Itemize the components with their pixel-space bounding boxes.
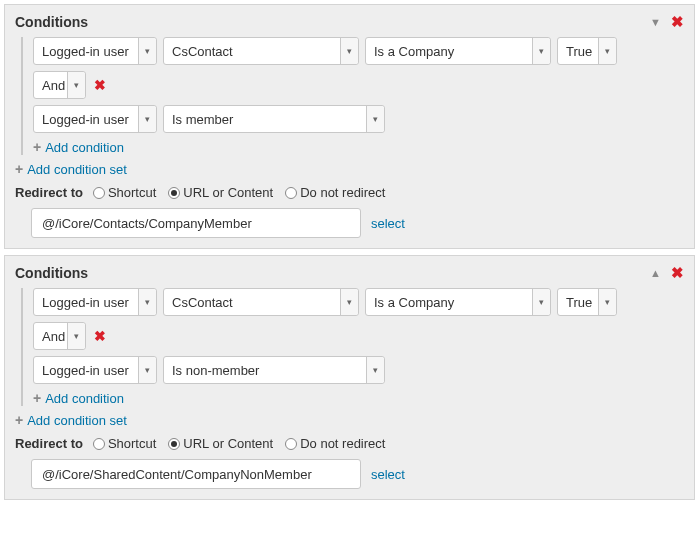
add-condition-label: Add condition (45, 391, 124, 406)
condition-row: Logged-in user▾ Is member▾ (33, 105, 684, 133)
redirect-label: Redirect to (15, 185, 83, 200)
condition-row: Logged-in user▾ CsContact▾ Is a Company▾… (33, 37, 684, 65)
operator-select[interactable]: Is a Company▾ (365, 288, 551, 316)
radio-icon (93, 438, 105, 450)
radio-url[interactable]: URL or Content (168, 185, 273, 200)
join-row: And▾ ✖ (33, 322, 684, 350)
add-condition-set-label: Add condition set (27, 413, 127, 428)
operator-select[interactable]: Is a Company▾ (365, 37, 551, 65)
panel-header: Conditions ▼ ✖ (15, 13, 684, 31)
condition-group: Logged-in user▾ CsContact▾ Is a Company▾… (21, 37, 684, 155)
add-condition-set-link[interactable]: + Add condition set (15, 412, 684, 428)
value-select[interactable]: True▾ (557, 37, 617, 65)
chevron-down-icon: ▾ (340, 289, 358, 315)
subject-select[interactable]: Logged-in user▾ (33, 356, 157, 384)
subject-select[interactable]: Logged-in user▾ (33, 288, 157, 316)
join-select[interactable]: And▾ (33, 71, 86, 99)
plus-icon: + (15, 412, 23, 428)
chevron-down-icon: ▾ (598, 38, 616, 64)
property-select[interactable]: CsContact▾ (163, 37, 359, 65)
radio-icon (168, 187, 180, 199)
condition-row: Logged-in user▾ CsContact▾ Is a Company▾… (33, 288, 684, 316)
add-condition-link[interactable]: + Add condition (33, 390, 684, 406)
radio-icon (285, 438, 297, 450)
url-row: select (31, 459, 684, 489)
remove-condition-icon[interactable]: ✖ (92, 77, 108, 93)
plus-icon: + (33, 139, 41, 155)
plus-icon: + (33, 390, 41, 406)
redirect-radio-group: Shortcut URL or Content Do not redirect (93, 185, 386, 200)
radio-none[interactable]: Do not redirect (285, 436, 385, 451)
panel-title: Conditions (15, 14, 650, 30)
redirect-label: Redirect to (15, 436, 83, 451)
chevron-down-icon: ▾ (532, 289, 550, 315)
chevron-down-icon: ▾ (138, 289, 156, 315)
radio-icon (93, 187, 105, 199)
chevron-down-icon: ▾ (138, 357, 156, 383)
remove-condition-icon[interactable]: ✖ (92, 328, 108, 344)
chevron-down-icon: ▾ (138, 106, 156, 132)
subject-select[interactable]: Logged-in user▾ (33, 37, 157, 65)
select-link[interactable]: select (371, 216, 405, 231)
redirect-row: Redirect to Shortcut URL or Content Do n… (15, 436, 684, 451)
url-row: select (31, 208, 684, 238)
chevron-down-icon: ▾ (366, 106, 384, 132)
condition-group: Logged-in user▾ CsContact▾ Is a Company▾… (21, 288, 684, 406)
chevron-down-icon: ▾ (67, 323, 85, 349)
radio-url[interactable]: URL or Content (168, 436, 273, 451)
url-input[interactable] (31, 459, 361, 489)
chevron-down-icon: ▾ (532, 38, 550, 64)
chevron-down-icon: ▾ (67, 72, 85, 98)
condition-panel: Conditions ▲ ✖ Logged-in user▾ CsContact… (4, 255, 695, 500)
property-select[interactable]: CsContact▾ (163, 288, 359, 316)
panel-title: Conditions (15, 265, 650, 281)
subject-select[interactable]: Logged-in user▾ (33, 105, 157, 133)
chevron-down-icon: ▾ (340, 38, 358, 64)
chevron-down-icon: ▾ (598, 289, 616, 315)
radio-shortcut[interactable]: Shortcut (93, 436, 156, 451)
radio-shortcut[interactable]: Shortcut (93, 185, 156, 200)
panel-header: Conditions ▲ ✖ (15, 264, 684, 282)
chevron-down-icon: ▾ (138, 38, 156, 64)
join-select[interactable]: And▾ (33, 322, 86, 350)
collapse-icon[interactable]: ▲ (650, 267, 661, 279)
radio-none[interactable]: Do not redirect (285, 185, 385, 200)
condition-panel: Conditions ▼ ✖ Logged-in user▾ CsContact… (4, 4, 695, 249)
condition-row: Logged-in user▾ Is non-member▾ (33, 356, 684, 384)
chevron-down-icon: ▾ (366, 357, 384, 383)
redirect-radio-group: Shortcut URL or Content Do not redirect (93, 436, 386, 451)
property-select[interactable]: Is non-member▾ (163, 356, 385, 384)
add-condition-set-label: Add condition set (27, 162, 127, 177)
add-condition-set-link[interactable]: + Add condition set (15, 161, 684, 177)
join-row: And▾ ✖ (33, 71, 684, 99)
collapse-icon[interactable]: ▼ (650, 16, 661, 28)
select-link[interactable]: select (371, 467, 405, 482)
close-icon[interactable]: ✖ (671, 13, 684, 31)
property-select[interactable]: Is member▾ (163, 105, 385, 133)
redirect-row: Redirect to Shortcut URL or Content Do n… (15, 185, 684, 200)
url-input[interactable] (31, 208, 361, 238)
add-condition-label: Add condition (45, 140, 124, 155)
close-icon[interactable]: ✖ (671, 264, 684, 282)
value-select[interactable]: True▾ (557, 288, 617, 316)
radio-icon (168, 438, 180, 450)
radio-icon (285, 187, 297, 199)
add-condition-link[interactable]: + Add condition (33, 139, 684, 155)
plus-icon: + (15, 161, 23, 177)
